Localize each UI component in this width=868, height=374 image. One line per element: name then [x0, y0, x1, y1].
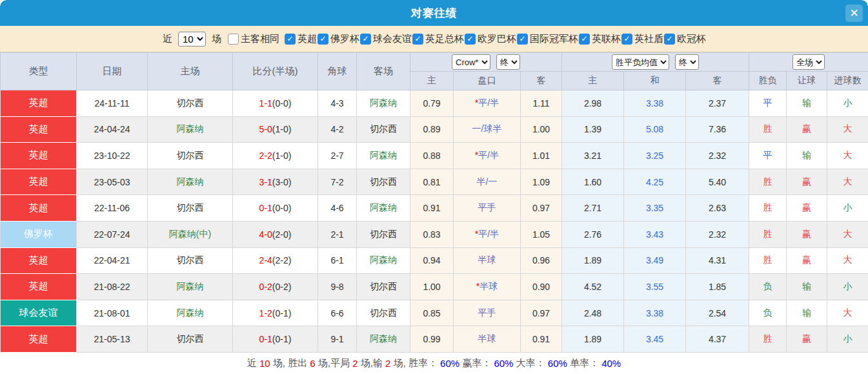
- handicap-text: 半球: [478, 255, 496, 265]
- competition-badge: 英超: [1, 143, 76, 169]
- avg-type-select[interactable]: 胜平负均值: [612, 54, 669, 70]
- avg-away: 2.32: [686, 143, 749, 169]
- recent-count-select[interactable]: 10: [178, 32, 206, 47]
- competition-label: 英联杯: [592, 33, 621, 45]
- result-wdl: 负: [749, 274, 787, 300]
- table-row: 球会友谊 21-08-01 阿森纳 1-2(0-1) 6-6 切尔西 0.85 …: [1, 300, 868, 326]
- competition-checkbox[interactable]: ✓欧冠杯: [664, 33, 706, 45]
- summary-value: 2: [385, 358, 390, 369]
- close-icon[interactable]: ✕: [845, 5, 863, 22]
- table-body: 英超 24-11-11 切尔西 1-1(0-0) 4-3 阿森纳 0.79 *平…: [1, 90, 868, 353]
- summary-value: 60%: [494, 358, 513, 369]
- odds-time-select[interactable]: 终: [496, 54, 520, 70]
- result-goals: 大: [827, 221, 868, 247]
- table-row: 英超 21-08-22 阿森纳 0-2(0-2) 9-8 切尔西 1.00 *半…: [1, 274, 868, 300]
- competition-checkbox[interactable]: ✓佛罗杯: [318, 33, 359, 45]
- scope-select[interactable]: 全场: [792, 54, 825, 70]
- score-halftime: (3-0): [272, 177, 292, 187]
- competition-checkbox[interactable]: ✓球会友谊: [360, 33, 412, 45]
- odds-home: 0.81: [410, 169, 454, 195]
- odds-handicap: 平手: [454, 195, 521, 222]
- result-wdl: 胜: [749, 326, 787, 353]
- competition-checkbox[interactable]: ✓国际冠军杯: [517, 33, 578, 45]
- away-team: 阿森纳: [357, 143, 410, 169]
- odds-home: 0.85: [410, 300, 454, 326]
- summary-text: 场, 胜率：: [390, 357, 440, 369]
- odds-home: 0.83: [410, 221, 454, 247]
- match-date: 23-05-03: [77, 169, 148, 195]
- away-team: 阿森纳: [357, 195, 410, 222]
- result-wdl: 平: [749, 90, 787, 117]
- col-score: 比分(半场): [233, 53, 318, 90]
- games-label: 场: [212, 33, 221, 45]
- avg-home: 2.48: [562, 300, 624, 326]
- avg-home: 1.89: [562, 247, 624, 274]
- window-title: 对赛往绩: [411, 6, 458, 21]
- score: 0-2(0-2): [233, 274, 318, 300]
- competition-badge: 佛罗杯: [1, 222, 76, 247]
- handicap-text: 半球: [478, 333, 496, 344]
- competition-checkbox[interactable]: ✓欧罗巴杯: [465, 33, 516, 45]
- match-date: 24-04-24: [77, 116, 148, 143]
- competition-checkbox[interactable]: ✓英联杯: [579, 33, 621, 45]
- score: 4-0(2-0): [233, 221, 318, 247]
- score: 1-1(0-0): [233, 90, 318, 117]
- table-row: 佛罗杯 22-07-24 阿森纳(中) 4-0(2-0) 2-1 切尔西 0.8…: [1, 221, 868, 247]
- avg-away: 2.63: [686, 195, 749, 222]
- competition-checkbox[interactable]: ✓英超: [285, 33, 317, 45]
- away-team: 切尔西: [357, 300, 410, 326]
- away-team: 切尔西: [357, 116, 410, 143]
- odds-handicap: *平/半: [454, 221, 521, 247]
- corners: 6-1: [318, 247, 357, 274]
- table-row: 英超 22-04-21 切尔西 2-4(2-2) 6-1 阿森纳 0.94 半球…: [1, 247, 868, 274]
- col-odds-home: 主: [410, 72, 454, 90]
- result-goals: 小: [827, 90, 868, 117]
- summary-bar: 近 10 场, 胜出 6 场,平局 2 场,输 2 场, 胜率： 60% 赢率：…: [0, 353, 868, 374]
- avg-away: 4.31: [686, 247, 749, 274]
- checkbox-icon: ✓: [621, 34, 632, 45]
- checkbox-icon: ✓: [664, 34, 675, 45]
- avg-away: 2.32: [686, 221, 749, 247]
- corners: 4-2: [318, 116, 357, 143]
- avg-home: 1.39: [562, 116, 624, 143]
- home-team: 阿森纳: [148, 300, 233, 326]
- avg-home: 2.76: [562, 221, 624, 247]
- corners: 4-3: [318, 90, 357, 117]
- avg-home: 2.71: [562, 195, 624, 222]
- competition-checkbox[interactable]: ✓英社盾: [621, 33, 663, 45]
- summary-value: 60%: [440, 358, 459, 369]
- score-halftime: (0-0): [272, 203, 292, 213]
- odds-home: 0.89: [410, 116, 454, 143]
- checkbox-icon: ✓: [360, 34, 371, 45]
- checkbox-icon: ✓: [465, 34, 476, 45]
- summary-value: 60%: [548, 358, 567, 369]
- score: 0-1(0-0): [233, 195, 318, 222]
- competition-label: 欧冠杯: [677, 33, 706, 45]
- checkbox-icon: [228, 34, 239, 45]
- odds-home: 0.88: [410, 143, 454, 169]
- home-team: 切尔西: [148, 247, 233, 274]
- h2h-table: 类型 日期 主场 比分(半场) 角球 客场 Crow* 终 胜平负均值 终: [0, 52, 868, 353]
- table-row: 英超 23-10-22 切尔西 2-2(1-0) 2-7 阿森纳 0.88 *平…: [1, 143, 868, 169]
- odds-handicap: 平手: [454, 300, 521, 326]
- match-date: 21-08-22: [77, 274, 148, 300]
- result-goals: 小: [827, 274, 868, 300]
- result-handicap: 输: [787, 143, 827, 169]
- avg-draw: 4.25: [624, 169, 686, 195]
- competition-checkbox[interactable]: ✓英足总杯: [412, 33, 464, 45]
- col-odds-away: 客: [521, 72, 562, 90]
- result-goals: 大: [827, 143, 868, 169]
- competition-badge: 英超: [1, 117, 76, 143]
- handicap-text: 平/半: [478, 98, 499, 108]
- avg-time-select[interactable]: 终: [675, 54, 699, 70]
- odds-handicap: *平/半: [454, 90, 521, 117]
- odds-away: 1.09: [521, 169, 562, 195]
- avg-home: 2.98: [562, 90, 624, 117]
- bookmaker-select[interactable]: Crow*: [452, 54, 490, 70]
- table-row: 英超 23-05-03 阿森纳 3-1(3-0) 7-2 切尔西 0.81 半/…: [1, 169, 868, 195]
- result-handicap: 赢: [787, 326, 827, 353]
- col-avg-home: 主: [562, 72, 624, 90]
- competition-label: 佛罗杯: [330, 33, 359, 45]
- same-venue-checkbox[interactable]: 主客相同: [228, 33, 279, 45]
- col-home: 主场: [148, 53, 233, 90]
